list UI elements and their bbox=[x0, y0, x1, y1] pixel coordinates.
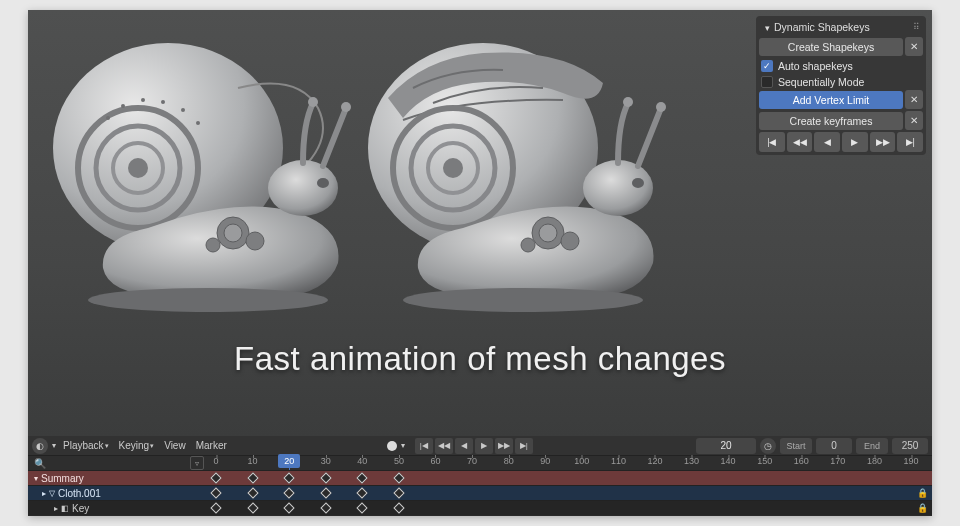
magnify-icon[interactable]: 🔍 bbox=[34, 458, 46, 469]
auto-shapekeys-checkbox[interactable]: ✓ Auto shapekeys bbox=[759, 58, 923, 74]
chevron-down-icon[interactable]: ▾ bbox=[52, 441, 56, 450]
svg-point-6 bbox=[121, 104, 125, 108]
menu-marker[interactable]: Marker bbox=[193, 440, 230, 451]
keyframe-diamond[interactable] bbox=[393, 487, 404, 498]
keyframe-diamond[interactable] bbox=[210, 472, 221, 483]
ruler-tick: 0 bbox=[213, 456, 218, 466]
keyframe-diamond[interactable] bbox=[357, 487, 368, 498]
ruler-tick: 140 bbox=[721, 456, 736, 466]
keyframe-diamond[interactable] bbox=[283, 502, 294, 513]
svg-point-10 bbox=[196, 121, 200, 125]
clock-icon[interactable]: ◷ bbox=[760, 438, 776, 454]
timeline-ruler[interactable]: 🔍 ▿ 010203040506070809010011012013014015… bbox=[28, 456, 932, 470]
svg-point-30 bbox=[539, 224, 557, 242]
keyframe-diamond[interactable] bbox=[320, 472, 331, 483]
svg-point-9 bbox=[181, 108, 185, 112]
auto-key-toggle[interactable]: ▾ bbox=[387, 441, 405, 451]
ruler-tick: 80 bbox=[504, 456, 514, 466]
viewport-3d[interactable]: Fast animation of mesh changes ▾Dynamic … bbox=[28, 10, 932, 436]
grip-icon[interactable]: ⠿ bbox=[913, 22, 919, 32]
row-summary[interactable]: ▾Summary bbox=[28, 470, 932, 485]
svg-point-18 bbox=[206, 238, 220, 252]
jump-start-button[interactable]: |◀ bbox=[415, 438, 433, 454]
keyframe-diamond[interactable] bbox=[247, 487, 258, 498]
end-frame-field[interactable]: 250 bbox=[892, 438, 928, 454]
sequentially-mode-label: Sequentially Mode bbox=[778, 76, 864, 88]
play-fwd-button[interactable]: ▶ bbox=[475, 438, 493, 454]
start-frame-field[interactable]: 0 bbox=[816, 438, 852, 454]
keyframe-diamond[interactable] bbox=[283, 487, 294, 498]
filter-icon[interactable]: ▿ bbox=[190, 456, 204, 470]
jump-end-button[interactable]: ▶| bbox=[515, 438, 533, 454]
ruler-tick: 90 bbox=[540, 456, 550, 466]
checkbox-on-icon: ✓ bbox=[761, 60, 773, 72]
end-label: End bbox=[856, 438, 888, 454]
lock-icon[interactable]: 🔒 bbox=[917, 488, 928, 498]
app-frame: Fast animation of mesh changes ▾Dynamic … bbox=[28, 10, 932, 516]
panel-header[interactable]: ▾Dynamic Shapekeys ⠿ bbox=[759, 19, 923, 37]
prev-key-button[interactable]: ◀◀ bbox=[435, 438, 453, 454]
playhead-frame: 20 bbox=[278, 454, 300, 468]
keyframe-diamond[interactable] bbox=[283, 472, 294, 483]
timeline-rows: ▾Summary ▸▽ Cloth.001 🔒 ▸◧ Key 🔒 bbox=[28, 470, 932, 516]
svg-point-12 bbox=[317, 178, 329, 188]
keyframe-diamond[interactable] bbox=[320, 487, 331, 498]
ruler-tick: 40 bbox=[357, 456, 367, 466]
chevron-down-icon: ▾ bbox=[34, 474, 38, 483]
create-shapekeys-close[interactable]: ✕ bbox=[905, 37, 923, 56]
start-label: Start bbox=[780, 438, 812, 454]
svg-point-11 bbox=[268, 160, 338, 216]
ruler-tick: 10 bbox=[248, 456, 258, 466]
lock-icon[interactable]: 🔒 bbox=[917, 503, 928, 513]
add-vertex-limit-button[interactable]: Add Vertex Limit bbox=[759, 91, 903, 109]
create-shapekeys-button[interactable]: Create Shapekeys bbox=[759, 38, 903, 56]
ruler-tick: 180 bbox=[867, 456, 882, 466]
editor-type-icon[interactable]: ◐ bbox=[32, 438, 48, 454]
menu-view[interactable]: View bbox=[161, 440, 189, 451]
keyframe-diamond[interactable] bbox=[210, 502, 221, 513]
keyframe-diamond[interactable] bbox=[393, 472, 404, 483]
svg-point-31 bbox=[561, 232, 579, 250]
next-key-button[interactable]: ▶▶ bbox=[495, 438, 513, 454]
model-preview-left bbox=[48, 28, 358, 318]
add-vertex-limit-close[interactable]: ✕ bbox=[905, 90, 923, 109]
ruler-tick: 130 bbox=[684, 456, 699, 466]
keyframe-diamond[interactable] bbox=[320, 502, 331, 513]
sequentially-mode-checkbox[interactable]: Sequentially Mode bbox=[759, 74, 923, 90]
keyframe-diamond[interactable] bbox=[210, 487, 221, 498]
svg-point-13 bbox=[308, 97, 318, 107]
keyframe-diamond[interactable] bbox=[247, 472, 258, 483]
play-rev-button[interactable]: ◀ bbox=[455, 438, 473, 454]
row-cloth[interactable]: ▸▽ Cloth.001 🔒 bbox=[28, 485, 932, 500]
create-keyframes-close[interactable]: ✕ bbox=[905, 111, 923, 130]
ruler-tick: 70 bbox=[467, 456, 477, 466]
ruler-tick: 150 bbox=[757, 456, 772, 466]
svg-point-25 bbox=[583, 160, 653, 216]
svg-point-4 bbox=[128, 158, 148, 178]
svg-point-16 bbox=[224, 224, 242, 242]
play-rev-button[interactable]: ◀ bbox=[814, 132, 840, 152]
next-key-button[interactable]: ▶▶ bbox=[870, 132, 896, 152]
prev-key-button[interactable]: ◀◀ bbox=[787, 132, 813, 152]
svg-point-7 bbox=[141, 98, 145, 102]
create-keyframes-button[interactable]: Create keyframes bbox=[759, 112, 903, 130]
timeline-transport: |◀ ◀◀ ◀ ▶ ▶▶ ▶| bbox=[415, 438, 533, 454]
keyframe-diamond[interactable] bbox=[393, 502, 404, 513]
menu-playback[interactable]: Playback▾ bbox=[60, 440, 112, 451]
overlay-caption: Fast animation of mesh changes bbox=[28, 340, 932, 378]
auto-shapekeys-label: Auto shapekeys bbox=[778, 60, 853, 72]
svg-point-14 bbox=[341, 102, 351, 112]
panel-title: Dynamic Shapekeys bbox=[774, 21, 870, 33]
keyframe-diamond[interactable] bbox=[247, 502, 258, 513]
row-key[interactable]: ▸◧ Key 🔒 bbox=[28, 500, 932, 515]
current-frame-field[interactable]: 20 bbox=[696, 438, 756, 454]
jump-end-button[interactable]: ▶| bbox=[897, 132, 923, 152]
menu-keying[interactable]: Keying▾ bbox=[116, 440, 158, 451]
keyframe-diamond[interactable] bbox=[357, 472, 368, 483]
ruler-tick: 50 bbox=[394, 456, 404, 466]
play-fwd-button[interactable]: ▶ bbox=[842, 132, 868, 152]
keyframe-diamond[interactable] bbox=[357, 502, 368, 513]
svg-point-19 bbox=[88, 288, 328, 312]
svg-point-33 bbox=[403, 288, 643, 312]
jump-start-button[interactable]: |◀ bbox=[759, 132, 785, 152]
